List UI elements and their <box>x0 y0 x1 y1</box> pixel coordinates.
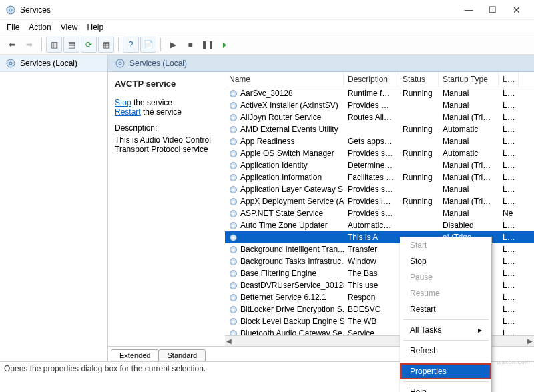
svg-point-31 <box>232 236 234 238</box>
svg-point-7 <box>232 92 234 94</box>
svg-point-47 <box>232 332 234 334</box>
ctx-help[interactable]: Help <box>400 384 491 392</box>
svg-point-33 <box>232 248 234 250</box>
toolbar: ⬅ ➡ ▥ ▤ ⟳ ▦ ? 📄 ▶ ■ ❚❚ ⏵ <box>0 35 534 55</box>
tab-extended[interactable]: Extended <box>111 349 159 361</box>
ctx-separator <box>403 340 489 341</box>
refresh-button[interactable]: ⟳ <box>81 37 97 53</box>
menu-help[interactable]: Help <box>87 23 104 32</box>
svg-point-13 <box>232 128 234 130</box>
watermark: wsxdn.com <box>497 359 530 365</box>
col-status[interactable]: Status <box>398 72 439 87</box>
description-text: This is Audio Video Control Transport Pr… <box>115 135 221 154</box>
table-row[interactable]: AMD External Events UtilityRunningAutoma… <box>225 123 534 135</box>
window-title: Services <box>20 5 51 15</box>
svg-point-21 <box>232 176 234 178</box>
svg-point-27 <box>232 212 234 214</box>
table-row[interactable]: Application Layer Gateway S...Provides s… <box>225 183 534 195</box>
services-app-icon <box>5 5 16 15</box>
chevron-right-icon: ▸ <box>478 325 482 335</box>
ctx-resume[interactable]: Resume <box>400 285 491 301</box>
menu-bar: File Action View Help <box>0 20 534 35</box>
help-topics-button[interactable]: 📄 <box>140 37 156 53</box>
svg-point-3 <box>9 62 12 65</box>
table-row[interactable]: AllJoyn Router ServiceRoutes AllJo...Man… <box>225 111 534 123</box>
col-name[interactable]: Name <box>225 72 344 87</box>
col-description[interactable]: Description <box>344 72 398 87</box>
ctx-all-tasks[interactable]: All Tasks ▸ <box>400 322 491 338</box>
console-tree: Services (Local) <box>0 55 108 361</box>
stop-icon[interactable]: ■ <box>182 37 198 53</box>
tree-item-label: Services (Local) <box>20 59 77 68</box>
tab-standard[interactable]: Standard <box>158 349 206 361</box>
table-row[interactable]: Auto Time Zone UpdaterAutomaticall...Dis… <box>225 219 534 231</box>
ctx-separator <box>403 361 489 361</box>
restart-suffix: the service <box>141 107 182 117</box>
stop-service-link[interactable]: Stop <box>115 98 131 107</box>
ctx-separator <box>403 319 489 320</box>
properties-button[interactable]: ▦ <box>98 37 114 53</box>
restart-service-link[interactable]: Restart <box>115 107 141 117</box>
menu-view[interactable]: View <box>61 23 78 32</box>
svg-point-11 <box>232 116 234 118</box>
svg-point-23 <box>232 188 234 190</box>
table-row[interactable]: ActiveX Installer (AxInstSV)Provides Use… <box>225 99 534 111</box>
table-row[interactable]: Application InformationFacilitates th...… <box>225 171 534 183</box>
play-icon[interactable]: ▶ <box>165 37 181 53</box>
help-button[interactable]: ? <box>123 37 139 53</box>
svg-point-29 <box>232 224 234 226</box>
table-row[interactable]: Application IdentityDetermines ...Manual… <box>225 159 534 171</box>
forward-button[interactable]: ➡ <box>21 37 37 53</box>
scroll-left-icon[interactable]: ◀ <box>226 337 232 345</box>
svg-point-15 <box>232 140 234 142</box>
svg-point-1 <box>9 9 12 11</box>
export-list-button[interactable]: ▤ <box>63 37 79 53</box>
ctx-properties[interactable]: Properties <box>400 363 491 379</box>
ctx-restart[interactable]: Restart <box>400 301 491 317</box>
gear-icon <box>5 58 16 69</box>
tree-item-services-local[interactable]: Services (Local) <box>0 55 107 72</box>
table-row[interactable]: AppX Deployment Service (A...Provides in… <box>225 195 534 207</box>
svg-point-17 <box>232 152 234 154</box>
svg-point-9 <box>232 104 234 106</box>
context-menu: Start Stop Pause Resume Restart All Task… <box>400 237 492 392</box>
svg-point-37 <box>232 272 234 274</box>
close-button[interactable]: ✕ <box>505 5 529 15</box>
gear-icon <box>115 58 125 69</box>
menu-action[interactable]: Action <box>29 23 51 32</box>
back-button[interactable]: ⬅ <box>4 37 20 53</box>
ctx-separator <box>403 381 489 382</box>
ctx-all-tasks-label: All Tasks <box>410 325 441 335</box>
svg-point-41 <box>232 296 234 298</box>
stop-suffix: the service <box>131 98 172 107</box>
svg-point-45 <box>232 320 234 322</box>
svg-point-25 <box>232 200 234 202</box>
table-row[interactable]: AarSvc_30128Runtime for ...RunningManual… <box>225 87 534 99</box>
table-row[interactable]: ASP.NET State ServiceProvides sup...Manu… <box>225 207 534 219</box>
selected-service-name: AVCTP service <box>115 79 221 89</box>
show-hide-tree-button[interactable]: ▥ <box>46 37 62 53</box>
ctx-pause[interactable]: Pause <box>400 269 491 285</box>
ctx-refresh[interactable]: Refresh <box>400 343 491 359</box>
menu-file[interactable]: File <box>7 23 19 32</box>
col-startup[interactable]: Startup Type <box>439 72 499 87</box>
minimize-button[interactable]: — <box>457 5 481 15</box>
col-logon[interactable]: Loc <box>499 72 519 87</box>
scroll-right-icon[interactable]: ▶ <box>527 337 533 345</box>
svg-point-19 <box>232 164 234 166</box>
table-row[interactable]: App ReadinessGets apps re...ManualLoc <box>225 135 534 147</box>
ctx-start[interactable]: Start <box>400 237 491 253</box>
column-headers[interactable]: Name Description Status Startup Type Loc <box>225 72 534 87</box>
svg-point-39 <box>232 284 234 286</box>
title-bar: Services — ☐ ✕ <box>0 0 534 20</box>
maximize-button[interactable]: ☐ <box>481 5 505 15</box>
pause-icon[interactable]: ❚❚ <box>200 37 216 53</box>
description-label: Description: <box>115 123 221 133</box>
svg-point-35 <box>232 260 234 262</box>
ctx-stop[interactable]: Stop <box>400 253 491 269</box>
svg-point-5 <box>119 62 121 65</box>
table-row[interactable]: Apple OS Switch ManagerProvides sup...Ru… <box>225 147 534 159</box>
svg-point-43 <box>232 308 234 310</box>
restart-icon[interactable]: ⏵ <box>217 37 233 53</box>
service-detail-column: AVCTP service Stop the service Restart t… <box>108 72 225 346</box>
